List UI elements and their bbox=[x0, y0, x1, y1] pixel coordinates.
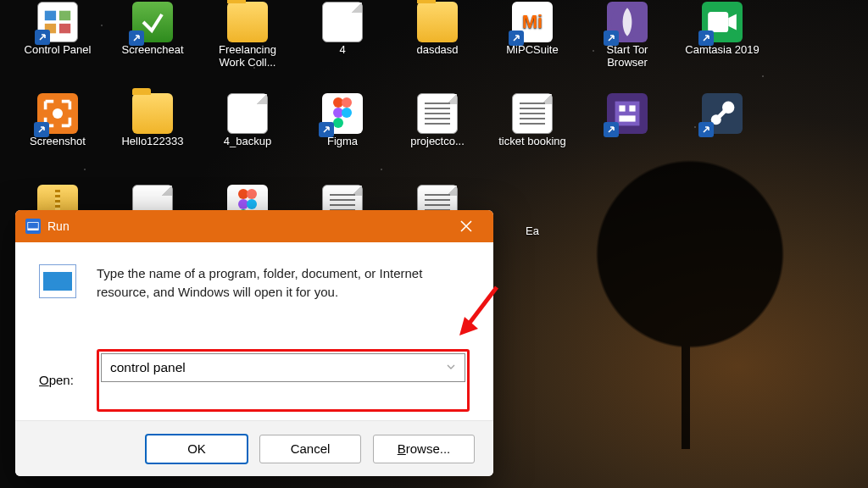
icon-figma[interactable]: Figma bbox=[297, 92, 388, 176]
svg-rect-16 bbox=[619, 115, 635, 121]
run-titlebar[interactable]: Run bbox=[15, 210, 493, 242]
icon-hello-folder[interactable]: Hello122333 bbox=[107, 92, 198, 176]
desktop-label: Screencheat bbox=[122, 44, 184, 57]
shortcut-badge-icon bbox=[34, 122, 49, 137]
file-icon bbox=[322, 2, 363, 42]
mipc-icon: Mi bbox=[512, 2, 553, 42]
desktop-label: Screenshot bbox=[30, 136, 86, 148]
icon-screencheat[interactable]: Screencheat bbox=[107, 0, 198, 85]
desktop-label: projectco... bbox=[410, 136, 465, 148]
run-body: Type the name of a program, folder, docu… bbox=[15, 242, 493, 420]
run-program-icon bbox=[39, 264, 76, 298]
svg-point-22 bbox=[247, 199, 257, 209]
open-label: Open: bbox=[39, 373, 85, 387]
text-icon bbox=[417, 93, 458, 134]
cancel-button[interactable]: Cancel bbox=[259, 435, 361, 463]
open-combobox[interactable]: control panel bbox=[101, 353, 465, 382]
svg-rect-3 bbox=[59, 24, 70, 33]
icon-mipcsuite[interactable]: MiMiPCSuite bbox=[487, 0, 578, 85]
open-value: control panel bbox=[110, 360, 186, 375]
text-icon bbox=[512, 93, 553, 134]
camtasia-icon bbox=[702, 2, 743, 42]
figma-icon bbox=[322, 93, 363, 134]
desktop-label: ticket booking bbox=[498, 136, 566, 148]
folder-icon bbox=[227, 2, 268, 42]
desktop-label: Camtasia 2019 bbox=[685, 44, 759, 57]
shortcut-badge-icon bbox=[604, 122, 619, 137]
svg-rect-15 bbox=[629, 105, 635, 111]
folder-icon bbox=[417, 2, 458, 42]
icon-projectco[interactable]: projectco... bbox=[392, 92, 483, 176]
icon-ticketbooking[interactable]: ticket booking bbox=[487, 92, 578, 176]
svg-text:Mi: Mi bbox=[522, 11, 542, 32]
icon-ea: Ea bbox=[487, 183, 578, 268]
svg-rect-13 bbox=[615, 102, 640, 126]
svg-point-7 bbox=[53, 108, 63, 119]
icon-steam[interactable] bbox=[676, 92, 768, 176]
icon-purple-app[interactable] bbox=[581, 92, 673, 176]
desktop-label: dasdasd bbox=[416, 44, 458, 57]
desktop-label: 4_backup bbox=[224, 136, 271, 148]
desktop-label: Control Panel bbox=[25, 44, 92, 57]
icon-file-4[interactable]: 4 bbox=[297, 0, 388, 85]
icon-tor[interactable]: Start Tor Browser bbox=[581, 0, 673, 85]
desktop-label: 4 bbox=[339, 44, 345, 57]
app-icon bbox=[132, 2, 173, 42]
run-description: Type the name of a program, folder, docu… bbox=[97, 264, 470, 327]
svg-rect-1 bbox=[59, 11, 70, 20]
run-title-icon bbox=[25, 219, 41, 234]
icon-4backup[interactable]: 4_backup bbox=[202, 92, 293, 176]
icon-camtasia[interactable]: Camtasia 2019 bbox=[676, 0, 768, 85]
shortcut-badge-icon bbox=[509, 30, 524, 46]
tor-icon bbox=[607, 2, 648, 42]
svg-point-11 bbox=[342, 108, 352, 118]
desktop-label: MiPCSuite bbox=[506, 44, 558, 57]
desktop-label: Ea bbox=[526, 225, 539, 238]
folder-icon bbox=[132, 93, 173, 134]
run-dialog: Run Type the name of a program, folder, … bbox=[15, 210, 493, 476]
desktop-label: Freelancing Work Coll... bbox=[205, 44, 290, 69]
purple-icon bbox=[607, 93, 648, 134]
svg-rect-6 bbox=[708, 12, 728, 32]
cpl-icon bbox=[37, 2, 78, 42]
desktop-label: Figma bbox=[327, 136, 358, 148]
svg-point-9 bbox=[342, 97, 352, 108]
shortcut-badge-icon bbox=[35, 30, 50, 45]
run-title-text: Run bbox=[47, 219, 70, 233]
file-icon bbox=[227, 93, 268, 134]
svg-rect-14 bbox=[619, 105, 625, 111]
shortcut-badge-icon bbox=[129, 30, 144, 46]
screenshot-icon bbox=[37, 93, 78, 134]
icon-dasdasd-folder[interactable]: dasdasd bbox=[392, 0, 483, 85]
chevron-down-icon[interactable] bbox=[446, 360, 456, 375]
desktop-label: Start Tor Browser bbox=[585, 44, 670, 69]
icon-freelancing-folder[interactable]: Freelancing Work Coll... bbox=[202, 0, 293, 85]
close-button[interactable] bbox=[449, 210, 483, 242]
run-button-row: OK Cancel Browse... bbox=[15, 420, 493, 476]
shortcut-badge-icon bbox=[319, 122, 334, 137]
icon-screenshot[interactable]: Screenshot bbox=[12, 92, 103, 176]
desktop-label: Hello122333 bbox=[121, 136, 183, 148]
steam-icon bbox=[702, 93, 743, 134]
svg-point-20 bbox=[247, 189, 257, 199]
browse-button[interactable]: Browse... bbox=[373, 435, 475, 463]
ok-button[interactable]: OK bbox=[146, 435, 248, 463]
shortcut-badge-icon bbox=[604, 30, 619, 46]
shortcut-badge-icon bbox=[698, 30, 714, 46]
shortcut-badge-icon bbox=[698, 122, 714, 137]
svg-rect-31 bbox=[28, 223, 38, 229]
open-field-highlight: control panel bbox=[97, 349, 470, 412]
icon-control-panel[interactable]: Control Panel bbox=[12, 0, 103, 85]
svg-point-12 bbox=[333, 118, 343, 128]
svg-rect-0 bbox=[45, 11, 56, 20]
